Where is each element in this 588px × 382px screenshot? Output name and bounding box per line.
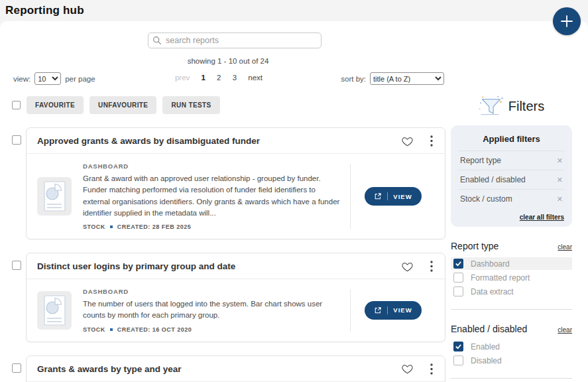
filter-option: Formatted report [451, 271, 572, 284]
filters-title: Filters [508, 99, 544, 114]
unfavourite-button[interactable]: UNFAVOURITE [89, 96, 156, 114]
report-row: Distinct user logins by primary group an… [12, 253, 445, 342]
external-link-icon [374, 306, 382, 314]
reports-main: showing 1 - 10 out of 24 view: 10 per pa… [0, 21, 451, 382]
filter-option-label: Disabled [471, 356, 502, 365]
filters-sidebar: Filters Applied filters Report type ✕ En… [451, 21, 580, 382]
view-button-area: VIEW [351, 301, 436, 320]
sort-by-group: sort by: title (A to Z) [341, 72, 444, 85]
pagination-page-2[interactable]: 2 [217, 74, 221, 82]
filter-option-label: Dashboard [471, 259, 510, 269]
view-button-divider [387, 306, 388, 314]
report-description: The number of users that logged into the… [83, 298, 341, 322]
add-report-button[interactable] [553, 7, 581, 35]
enabled-checkbox[interactable] [453, 342, 463, 351]
plus-icon [559, 14, 574, 29]
filter-group-title: Enabled / disabled [451, 324, 527, 334]
favourite-heart-icon[interactable] [402, 136, 413, 147]
close-icon[interactable]: ✕ [557, 157, 563, 165]
page-title: Reporting hub [5, 4, 588, 17]
filter-group-title: Report type [451, 241, 499, 251]
report-row: Approved grants & awards by disambiguate… [12, 127, 445, 239]
clear-group-link[interactable]: clear [558, 243, 572, 251]
report-row: Grants & awards by type and year DASHBOA… [12, 355, 445, 382]
pagination-next[interactable]: next [248, 74, 263, 82]
section-divider [451, 378, 572, 379]
clear-group-link[interactable]: clear [558, 326, 572, 334]
report-stock-label: STOCK [83, 223, 105, 230]
run-tests-button[interactable]: RUN TESTS [162, 96, 219, 114]
pagination-prev[interactable]: prev [175, 74, 190, 82]
report-type-label: DASHBOARD [83, 162, 341, 170]
favourite-heart-icon[interactable] [402, 363, 413, 374]
filter-option: Dashboard [451, 257, 572, 270]
report-select-checkbox[interactable] [12, 363, 21, 373]
list-controls: view: 10 per page prev 1 2 3 next sort b… [0, 72, 451, 87]
search-icon [152, 36, 162, 48]
meta-bullet-icon [110, 328, 113, 331]
filter-option-label: Data extract [471, 287, 514, 296]
disabled-checkbox[interactable] [453, 355, 463, 365]
search-input[interactable] [148, 32, 322, 48]
pie-chart-document-icon [37, 291, 72, 330]
report-card-body: DASHBOARD Grant & award with an approved… [27, 154, 445, 239]
applied-filters-panel: Applied filters Report type ✕ Enabled / … [451, 125, 572, 227]
view-button-label: VIEW [393, 193, 412, 200]
clear-all-filters-link[interactable]: clear all filters [459, 214, 564, 221]
report-created-label: CREATED: 28 FEB 2025 [117, 223, 191, 230]
meta-bullet-icon [110, 225, 113, 228]
content-area: showing 1 - 10 out of 24 view: 10 per pa… [0, 21, 588, 382]
report-description: Grant & award with an approved user rela… [83, 173, 341, 219]
report-card: Grants & awards by type and year DASHBOA… [26, 355, 445, 382]
top-bar: Reporting hub [0, 0, 588, 21]
filter-option-label: Enabled [471, 342, 500, 351]
kebab-menu-icon[interactable] [430, 135, 433, 147]
sort-by-label: sort by: [341, 75, 366, 83]
favourite-button[interactable]: FAVOURITE [27, 96, 84, 114]
kebab-menu-icon[interactable] [430, 261, 433, 272]
applied-filter-item: Stock / custom ✕ [459, 189, 564, 208]
report-card-body: DASHBOARD The number of users that logge… [27, 279, 445, 342]
pagination-page-3[interactable]: 3 [233, 74, 237, 82]
filter-option: Enabled [451, 340, 572, 353]
applied-filter-label: Stock / custom [460, 194, 512, 204]
data-extract-checkbox[interactable] [453, 286, 463, 296]
report-card: Distinct user logins by primary group an… [26, 253, 445, 342]
bulk-actions: FAVOURITE UNFAVOURITE RUN TESTS [12, 96, 451, 114]
report-select-checkbox[interactable] [12, 135, 21, 145]
view-button-divider [387, 192, 388, 200]
pie-chart-document-icon [37, 177, 72, 216]
filter-option-label: Formatted report [471, 273, 530, 283]
report-card-header: Approved grants & awards by disambiguate… [27, 128, 445, 154]
close-icon[interactable]: ✕ [557, 176, 563, 184]
report-title: Approved grants & awards by disambiguate… [37, 136, 402, 146]
dashboard-checkbox[interactable] [453, 259, 463, 269]
report-info: DASHBOARD Grant & award with an approved… [83, 162, 350, 230]
filters-funnel-icon [479, 96, 504, 117]
applied-filter-label: Report type [460, 156, 501, 165]
report-card-header: Grants & awards by type and year [27, 356, 445, 382]
report-title: Grants & awards by type and year [37, 364, 402, 374]
filter-option: Disabled [451, 354, 572, 367]
applied-filter-item: Enabled / disabled ✕ [459, 170, 564, 189]
close-icon[interactable]: ✕ [557, 195, 563, 204]
view-report-button[interactable]: VIEW [365, 301, 421, 320]
report-select-checkbox[interactable] [12, 261, 21, 270]
pagination-page-1[interactable]: 1 [202, 74, 206, 82]
formatted-report-checkbox[interactable] [453, 273, 463, 283]
applied-filters-title: Applied filters [459, 134, 564, 144]
filter-group-enabled-disabled: Enabled / disabled clear Enabled Disable… [451, 324, 572, 379]
kebab-menu-icon[interactable] [430, 363, 433, 375]
filters-header: Filters [451, 96, 572, 117]
report-info: DASHBOARD The number of users that logge… [83, 288, 350, 333]
view-report-button[interactable]: VIEW [365, 187, 421, 206]
report-type-label: DASHBOARD [83, 288, 341, 295]
favourite-heart-icon[interactable] [402, 261, 413, 272]
report-stock-label: STOCK [83, 326, 105, 333]
report-card-header: Distinct user logins by primary group an… [27, 253, 445, 279]
select-all-checkbox[interactable] [12, 101, 21, 109]
sort-by-select[interactable]: title (A to Z) [370, 72, 444, 85]
report-created-label: CREATED: 16 OCT 2020 [117, 326, 192, 333]
view-button-area: VIEW [351, 187, 436, 206]
report-card: Approved grants & awards by disambiguate… [26, 127, 445, 239]
